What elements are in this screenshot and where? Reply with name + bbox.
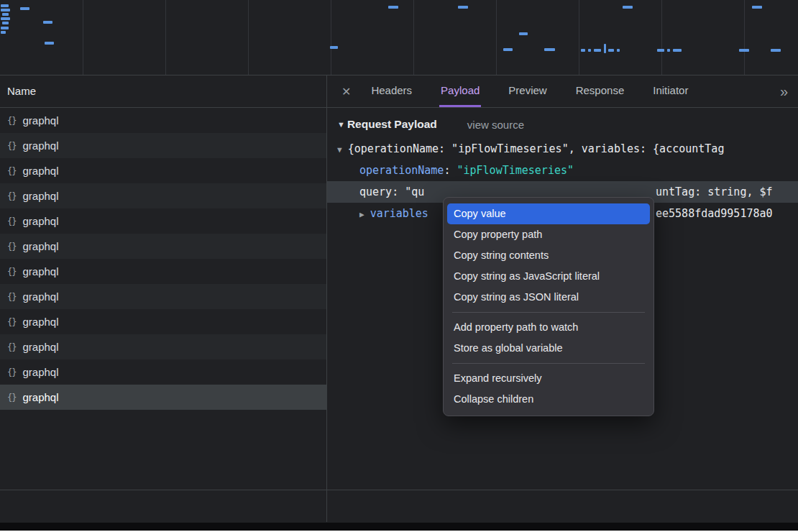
json-request-icon: {}	[7, 191, 16, 201]
request-row[interactable]: {}graphql	[0, 359, 326, 385]
request-row[interactable]: {}graphql	[0, 158, 326, 183]
footer-divider	[0, 490, 798, 490]
timeline-gridline	[165, 0, 166, 75]
network-activity-bar	[330, 46, 338, 49]
network-activity-bar	[588, 49, 591, 52]
tab-initiator[interactable]: Initiator	[651, 75, 689, 107]
timeline-gridline	[496, 0, 497, 75]
network-activity-bar	[594, 49, 601, 52]
timeline-gridline	[83, 0, 83, 75]
json-request-icon: {}	[7, 342, 16, 352]
network-activity-bar	[752, 6, 762, 9]
payload-tree-row[interactable]: ▼{operationName: "ipFlowTimeseries", var…	[327, 138, 798, 160]
request-row[interactable]: {}graphql	[0, 334, 326, 359]
menu-item-add-property-path-to-watch[interactable]: Add property path to watch	[444, 317, 653, 338]
request-row[interactable]: {}graphql	[0, 133, 326, 158]
network-activity-bar	[673, 49, 682, 52]
json-request-icon: {}	[7, 166, 16, 176]
menu-item-copy-value[interactable]: Copy value	[447, 203, 650, 224]
request-row[interactable]: {}graphql	[0, 208, 326, 234]
name-column-header[interactable]: Name	[0, 75, 326, 108]
network-activity-bar	[1, 9, 10, 12]
network-activity-bar	[657, 49, 664, 52]
network-activity-bar	[1, 27, 9, 29]
payload-tree-row[interactable]: operationName: "ipFlowTimeseries"	[327, 160, 798, 181]
menu-item-copy-string-as-javascript-literal[interactable]: Copy string as JavaScript literal	[444, 266, 653, 287]
code-segment: :	[392, 185, 405, 198]
menu-item-collapse-children[interactable]: Collapse children	[444, 389, 653, 410]
request-row[interactable]: {}graphql	[0, 234, 326, 259]
disclosure-closed-icon[interactable]: ▶	[359, 210, 364, 219]
network-activity-bar	[458, 6, 468, 9]
request-row[interactable]: {}graphql	[0, 108, 326, 133]
code-segment: "ipFlowTimeseries"	[457, 164, 574, 177]
network-activity-bar	[2, 22, 9, 24]
menu-item-store-as-global-variable[interactable]: Store as global variable	[444, 338, 653, 359]
network-overview-timeline[interactable]	[0, 0, 798, 75]
network-activity-bar	[20, 7, 29, 10]
timeline-gridline	[248, 0, 249, 75]
network-activity-bar	[667, 49, 670, 52]
network-activity-bar	[519, 32, 528, 35]
request-name: graphql	[22, 114, 58, 127]
menu-item-copy-property-path[interactable]: Copy property path	[444, 224, 653, 245]
network-activity-bar	[617, 49, 620, 52]
network-activity-bar	[503, 48, 513, 51]
request-name: graphql	[22, 265, 58, 278]
request-row[interactable]: {}graphql	[0, 385, 326, 410]
context-menu: Copy valueCopy property pathCopy string …	[443, 197, 654, 416]
tab-preview[interactable]: Preview	[507, 75, 548, 107]
network-activity-bar	[771, 49, 781, 52]
request-row[interactable]: {}graphql	[0, 183, 326, 208]
timeline-gridline	[661, 0, 662, 75]
tab-payload[interactable]: Payload	[439, 75, 481, 107]
view-source-link[interactable]: view source	[467, 119, 524, 131]
json-request-icon: {}	[7, 367, 16, 377]
json-request-icon: {}	[7, 116, 16, 126]
request-name: graphql	[22, 290, 58, 303]
details-tabs: HeadersPayloadPreviewResponseInitiator	[370, 75, 715, 107]
json-request-icon: {}	[7, 216, 16, 226]
overflow-tabs-icon[interactable]: »	[780, 83, 788, 100]
menu-item-copy-string-as-json-literal[interactable]: Copy string as JSON literal	[444, 287, 653, 308]
section-disclosure-icon[interactable]: ▼	[337, 120, 345, 129]
request-name: graphql	[22, 139, 58, 152]
request-name: graphql	[22, 341, 58, 353]
network-activity-bar	[2, 13, 9, 16]
request-name: graphql	[22, 240, 58, 252]
network-activity-bar	[1, 4, 9, 7]
timeline-gridline	[579, 0, 579, 75]
network-activity-bar	[1, 17, 10, 20]
menu-item-copy-string-contents[interactable]: Copy string contents	[444, 245, 653, 266]
tab-response[interactable]: Response	[574, 75, 626, 107]
request-row[interactable]: {}graphql	[0, 309, 326, 334]
network-activity-bar	[739, 49, 749, 52]
json-request-icon: {}	[7, 393, 16, 403]
section-title: Request Payload	[347, 118, 437, 131]
json-request-icon: {}	[7, 141, 16, 151]
devtools-network-panel: Name {}graphql{}graphql{}graphql{}graphq…	[0, 0, 798, 532]
code-segment-after-menu: untTag: string, $f	[656, 181, 773, 203]
network-activity-bar	[388, 6, 398, 9]
request-name: graphql	[22, 366, 58, 378]
request-row[interactable]: {}graphql	[0, 259, 326, 284]
network-activity-bar	[45, 42, 54, 45]
network-activity-bar	[581, 49, 585, 52]
timeline-gridline	[744, 0, 745, 75]
request-list: {}graphql{}graphql{}graphql{}graphql{}gr…	[0, 108, 326, 410]
code-segment: :	[444, 164, 457, 177]
menu-item-expand-recursively[interactable]: Expand recursively	[444, 368, 653, 389]
request-name: graphql	[22, 165, 58, 177]
network-activity-bar	[608, 49, 614, 52]
json-request-icon: {}	[7, 317, 16, 327]
request-row[interactable]: {}graphql	[0, 284, 326, 309]
json-request-icon: {}	[7, 292, 16, 302]
close-icon[interactable]: ✕	[341, 85, 351, 98]
code-segment: operationName	[359, 164, 444, 177]
disclosure-open-icon[interactable]: ▼	[337, 145, 342, 155]
json-request-icon: {}	[7, 267, 16, 277]
network-activity-bar	[623, 6, 633, 9]
network-activity-bar	[604, 44, 606, 53]
timeline-gridline	[331, 0, 331, 75]
tab-headers[interactable]: Headers	[370, 75, 413, 107]
